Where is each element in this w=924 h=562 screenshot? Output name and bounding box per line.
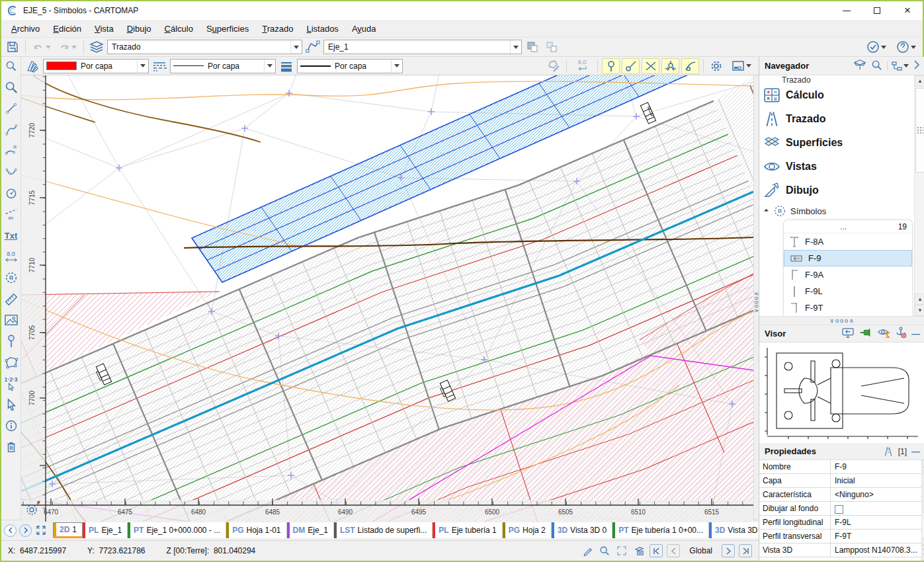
construction-line-tool-icon[interactable]: ∞ (2, 204, 21, 225)
layers-icon[interactable] (88, 39, 105, 55)
property-value-vista-3d[interactable]: Lamppost N140708.3... (831, 543, 921, 557)
text-tool-icon[interactable]: Txt (2, 225, 21, 246)
enumerate-tool-icon[interactable]: 1·2·3 (2, 373, 21, 394)
zoom-status-icon[interactable] (598, 544, 611, 557)
panel-splitter[interactable]: ∨ooo∧ (753, 75, 759, 520)
pin-tool-icon[interactable] (2, 331, 21, 352)
first-record-button[interactable] (650, 544, 663, 557)
snap-endpoint-icon[interactable] (622, 58, 640, 74)
symbol-tool-icon[interactable] (2, 267, 21, 288)
menu-superficies[interactable]: Superficies (200, 21, 255, 36)
linetype-icon[interactable] (151, 58, 168, 74)
polyline-tool-icon[interactable] (2, 119, 21, 140)
menu-edicion[interactable]: Edición (47, 21, 87, 36)
tab-pl-eje-tuberia-1[interactable]: PLEje tubería 1 (433, 522, 502, 538)
tab-pg-hoja-2[interactable]: PGHoja 2 (503, 522, 552, 538)
polygon-tool-icon[interactable] (2, 352, 21, 373)
menu-ayuda[interactable]: Ayuda (346, 21, 382, 36)
symbol-list-ellipsis[interactable]: ... (789, 222, 898, 231)
linewidth-combo-arrow[interactable] (391, 60, 402, 73)
tab-pg-hoja-1-01[interactable]: PGHoja 1-01 (226, 522, 286, 538)
layer-combo[interactable]: Trazado (107, 40, 302, 54)
layer-combo-arrow[interactable] (290, 40, 302, 54)
next-view-button[interactable] (19, 524, 32, 537)
property-value-perfil-longitudinal[interactable]: F-9L (831, 516, 921, 529)
settings-gear-icon[interactable] (708, 58, 725, 74)
help-button[interactable] (892, 39, 920, 55)
linewidth-icon[interactable] (278, 58, 295, 74)
image-tool-icon[interactable] (2, 309, 21, 331)
menu-trazado[interactable]: Trazado (256, 21, 299, 36)
undo-button[interactable] (30, 39, 54, 55)
dimension-tool-icon[interactable]: 8.0 (2, 246, 21, 267)
collapse-panel-icon[interactable] (913, 60, 920, 71)
pan-zoom-icon[interactable] (2, 77, 21, 98)
circle-tool-icon[interactable] (2, 182, 21, 204)
property-value-capa[interactable]: Inicial (831, 474, 921, 487)
anchor-off-icon[interactable] (895, 327, 907, 341)
menu-vista[interactable]: Vista (89, 21, 120, 36)
property-value-caracteristica[interactable]: <Ninguno> (831, 488, 921, 501)
scroll-up-icon[interactable]: ▲ (915, 294, 924, 305)
visibility-sum-icon[interactable] (877, 327, 890, 340)
nav-item-trazado[interactable]: Trazado (759, 107, 914, 131)
send-to-view-icon[interactable] (841, 327, 855, 340)
zoom-tool-icon[interactable] (1, 57, 21, 75)
snap-intersection-icon[interactable] (642, 58, 659, 74)
property-value-perfil-transversal[interactable]: F-9T (831, 530, 921, 543)
nav-item-partial[interactable]: Trazado (759, 75, 914, 83)
measure-tool-icon[interactable] (2, 288, 21, 309)
property-value-nombre[interactable]: F-9 (831, 460, 921, 473)
nav-item-vistas[interactable]: Vistas (759, 155, 914, 179)
package-icon[interactable] (853, 59, 866, 73)
axis-icon[interactable] (304, 39, 321, 55)
search-icon[interactable] (871, 60, 882, 73)
sheets-icon[interactable] (632, 544, 646, 557)
symbol-item-f8a[interactable]: F-8A (784, 233, 912, 250)
minimize-button[interactable] (831, 1, 862, 20)
expand-triangle-icon[interactable] (764, 208, 769, 213)
symbol-item-f9t[interactable]: F-9T (784, 300, 912, 316)
prev-view-button[interactable] (4, 524, 17, 537)
linetype-combo[interactable]: Por capa (170, 59, 276, 73)
snap-point-icon[interactable] (602, 58, 620, 74)
tab-2d-1[interactable]: 2D1 (53, 522, 83, 538)
property-checkbox-dibujar-al-fondo[interactable] (831, 502, 921, 515)
tab-dm-eje-1[interactable]: DMEje_1 (287, 522, 334, 538)
collapse-properties-icon[interactable]: — (911, 446, 920, 456)
symbol-item-f9a[interactable]: F-9A (784, 266, 912, 283)
tab-3d-vista-3d-2[interactable]: 3DVista 3D 2 (709, 522, 759, 538)
symbol-item-f9[interactable]: F-9 (784, 250, 912, 266)
pin-icon[interactable] (859, 328, 872, 339)
cad-canvas[interactable]: 6470 6475 6480 6485 6490 6495 6500 6505 … (21, 75, 753, 522)
bring-front-icon[interactable] (524, 39, 541, 55)
menu-dibujo[interactable]: Dibujo (121, 21, 157, 36)
nav-item-dibujo[interactable]: Dibujo (759, 179, 914, 202)
linetype-combo-arrow[interactable] (264, 60, 275, 73)
delete-tool-icon[interactable] (2, 436, 21, 458)
dimension-entry-icon[interactable]: 8.0 (571, 58, 593, 74)
panel-splitter-handle[interactable]: ∨ooo∧ (753, 292, 760, 302)
nav-item-simbolos[interactable]: Símbolos (759, 202, 914, 220)
edit-pencil-icon[interactable] (581, 544, 594, 557)
menu-listados[interactable]: Listados (300, 21, 344, 36)
tree-view-button[interactable] (887, 61, 909, 71)
expand-tabs-icon[interactable] (34, 524, 48, 537)
maximize-button[interactable] (862, 1, 892, 20)
linewidth-combo[interactable]: Por capa (297, 59, 403, 73)
collapse-visor-icon[interactable]: — (911, 329, 920, 339)
window-layout-button[interactable] (727, 58, 756, 74)
scroll-down-icon[interactable]: ▼ (915, 305, 924, 316)
send-back-icon[interactable] (543, 39, 560, 55)
properties-scrollbar[interactable]: ▲ ▲ ▼ (921, 460, 924, 561)
next-record-button[interactable] (722, 544, 735, 557)
last-record-button[interactable] (739, 544, 752, 557)
menu-calculo[interactable]: Cálculo (159, 21, 199, 36)
save-icon[interactable] (4, 39, 21, 55)
color-fan-icon[interactable] (24, 58, 41, 74)
axis-combo[interactable]: Eje_1 (323, 40, 522, 54)
validate-button[interactable] (862, 39, 890, 55)
info-icon[interactable] (2, 415, 21, 436)
prev-record-button[interactable] (667, 544, 680, 557)
reference-system-label[interactable]: Global (684, 546, 718, 555)
